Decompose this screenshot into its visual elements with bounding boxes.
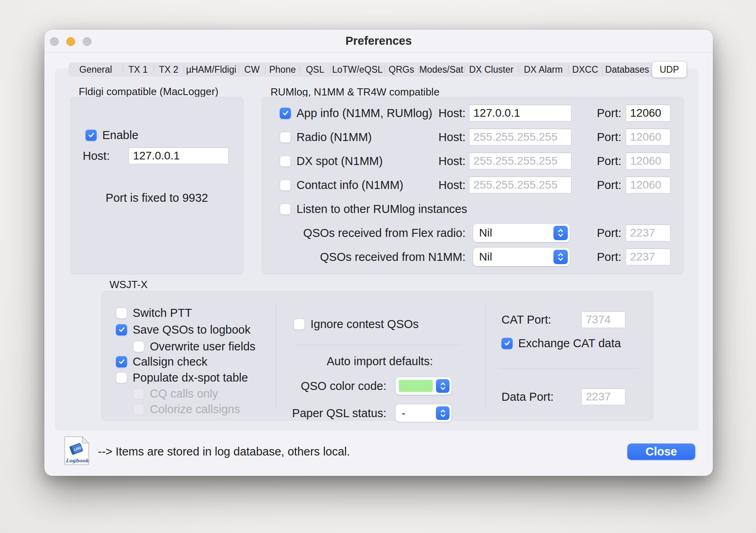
switch-ptt-label: Switch PTT xyxy=(133,306,192,320)
tab-lotw-eqsl[interactable]: LoTW/eQSL xyxy=(330,63,384,76)
n1mm-qso-popup-value: Nil xyxy=(473,251,553,263)
fldigi-group-box: Enable Host: Port is fixed to 9932 xyxy=(70,97,244,274)
fldigi-port-note: Port is fixed to 9932 xyxy=(105,191,208,205)
callsign-check-label: Callsign check xyxy=(133,355,207,368)
colorize-callsigns-row: Colorize callsigns xyxy=(133,403,240,416)
colorize-callsigns-label: Colorize callsigns xyxy=(150,403,240,416)
tab-tx2[interactable]: TX 2 xyxy=(153,63,184,76)
rumlog-group-box: App info (N1MM, RUMlog) Host: Port: Radi… xyxy=(262,97,684,274)
app-info-checkbox[interactable] xyxy=(280,107,291,119)
divider xyxy=(485,303,486,410)
footer-note: --> Items are stored in log database, ot… xyxy=(98,445,350,458)
dx-spot-host-input[interactable] xyxy=(469,153,571,169)
checkmark-icon xyxy=(118,358,125,366)
contact-info-checkbox[interactable] xyxy=(280,179,291,191)
switch-ptt-row: Switch PTT xyxy=(116,306,192,320)
dx-spot-label: DX spot (N1MM) xyxy=(296,155,383,168)
flex-port-label: Port: xyxy=(579,227,621,240)
populate-dx-spot-row: Populate dx-spot table xyxy=(116,371,248,384)
close-button[interactable]: Close xyxy=(627,444,695,460)
fldigi-host-label: Host: xyxy=(83,149,110,163)
app-info-host-input[interactable] xyxy=(469,105,571,121)
n1mm-qso-label: QSOs received from N1MM: xyxy=(272,251,466,264)
fldigi-host-input[interactable] xyxy=(129,147,229,164)
paper-qsl-popup-value: - xyxy=(396,407,436,420)
n1mm-qso-popup[interactable]: Nil xyxy=(473,248,570,266)
tab-databases[interactable]: Databases xyxy=(602,63,652,76)
auto-import-title-row: Auto import defaults: xyxy=(285,355,475,368)
callsign-check-checkbox[interactable] xyxy=(116,356,127,367)
n1mm-port-input[interactable] xyxy=(626,249,670,265)
cat-port-input[interactable] xyxy=(581,311,625,328)
save-qsos-checkbox[interactable] xyxy=(116,324,127,335)
populate-dx-spot-checkbox[interactable] xyxy=(116,372,127,383)
logbook-icon-caption: Logbook xyxy=(66,458,89,463)
udp-tab-content: Fldigi compatible (MacLogger) Enable Hos… xyxy=(56,69,698,430)
checkmark-icon xyxy=(118,326,125,334)
dx-spot-checkbox[interactable] xyxy=(280,155,291,167)
checkmark-icon xyxy=(282,109,289,117)
tab-tx1[interactable]: TX 1 xyxy=(123,63,153,76)
updown-chevrons-icon xyxy=(436,406,450,420)
tab-qrgs[interactable]: QRGs xyxy=(384,63,418,76)
dx-spot-row: DX spot (N1MM) xyxy=(280,155,383,168)
tab-general[interactable]: General xyxy=(69,63,123,76)
save-qsos-label: Save QSOs to logbook xyxy=(133,323,251,336)
radio-label: Radio (N1MM) xyxy=(296,131,372,144)
radio-host-input[interactable] xyxy=(469,129,571,145)
flex-qso-popup[interactable]: Nil xyxy=(473,224,570,242)
fldigi-port-note-row: Port is fixed to 9932 xyxy=(70,191,244,205)
exchange-cat-checkbox[interactable] xyxy=(501,338,513,349)
qso-color-swatch xyxy=(399,380,433,392)
switch-ptt-checkbox[interactable] xyxy=(116,307,127,318)
overwrite-label: Overwrite user fields xyxy=(150,340,255,353)
flex-qso-label: QSOs received from Flex radio: xyxy=(272,227,466,240)
divider xyxy=(499,368,639,369)
cq-calls-only-row: CQ calls only xyxy=(133,387,218,400)
ignore-contest-checkbox[interactable] xyxy=(294,318,305,330)
preferences-window: Preferences General TX 1 TX 2 µHAM/Fldig… xyxy=(44,30,713,476)
cq-calls-only-label: CQ calls only xyxy=(150,387,218,400)
fldigi-host-row: Host: xyxy=(83,149,110,163)
divider xyxy=(296,345,462,345)
divider xyxy=(276,303,276,410)
radio-checkbox[interactable] xyxy=(280,131,291,143)
contact-info-host-input[interactable] xyxy=(469,177,571,193)
dx-spot-port-input[interactable] xyxy=(626,153,670,169)
enable-label: Enable xyxy=(102,129,138,142)
data-port-input[interactable] xyxy=(581,388,625,405)
qso-color-code-popup[interactable] xyxy=(396,377,452,395)
radio-port-input[interactable] xyxy=(626,129,670,145)
enable-checkbox[interactable] xyxy=(86,129,97,141)
tab-dxcc[interactable]: DXCC xyxy=(568,63,602,76)
wsjtx-group-box: Switch PTT Save QSOs to logbook Overwrit… xyxy=(101,291,653,421)
wsjtx-section-title: WSJT-X xyxy=(109,278,147,291)
flex-port-input[interactable] xyxy=(626,225,670,241)
contact-info-port-input[interactable] xyxy=(626,177,670,193)
tab-cw[interactable]: CW xyxy=(239,63,265,76)
radio-port-label: Port: xyxy=(579,131,621,144)
app-info-host-label: Host: xyxy=(384,107,466,120)
tab-qsl[interactable]: QSL xyxy=(300,63,330,76)
tab-phone[interactable]: Phone xyxy=(265,63,300,76)
titlebar[interactable]: Preferences xyxy=(44,30,713,53)
paper-qsl-status-popup[interactable]: - xyxy=(396,404,452,422)
listen-checkbox[interactable] xyxy=(280,203,291,215)
cq-calls-only-checkbox xyxy=(133,388,144,399)
qso-color-code-label: QSO color code: xyxy=(269,380,386,393)
fldigi-section-title: Fldigi compatible (MacLogger) xyxy=(79,86,219,98)
checkmark-icon xyxy=(503,340,511,347)
contact-info-host-label: Host: xyxy=(384,179,466,192)
tab-dx-alarm[interactable]: DX Alarm xyxy=(518,63,568,76)
app-info-port-input[interactable] xyxy=(626,105,670,121)
tab-dx-cluster[interactable]: DX Cluster xyxy=(464,63,518,76)
overwrite-checkbox[interactable] xyxy=(133,341,144,352)
colorize-callsigns-checkbox xyxy=(133,404,144,415)
n1mm-port-label: Port: xyxy=(579,251,621,264)
callsign-check-row: Callsign check xyxy=(116,355,207,368)
tab-uham-fldigi[interactable]: µHAM/Fldigi xyxy=(184,63,239,76)
logbook-icon: LOG Logbook xyxy=(64,436,90,465)
tab-udp[interactable]: UDP xyxy=(652,62,686,78)
updown-chevrons-icon xyxy=(553,226,568,240)
tab-modes-sat[interactable]: Modes/Sat xyxy=(418,63,464,76)
